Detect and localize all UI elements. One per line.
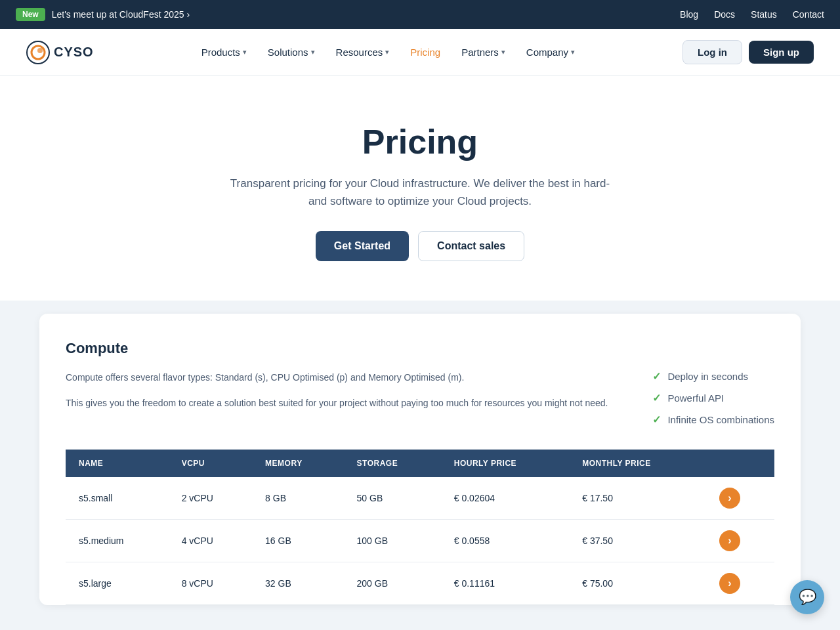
cell-vcpu-0: 2 vCPU [169,477,252,520]
nav-company[interactable]: Company ▾ [517,41,584,63]
table-row: s5.small 2 vCPU 8 GB 50 GB € 0.02604 € 1… [66,477,774,520]
row-action-btn-2[interactable]: › [719,573,740,594]
pricing-section: Compute Compute offers several flavor ty… [0,301,840,630]
cell-hourly-1: € 0.0558 [441,520,569,562]
banner-right: Blog Docs Status Contact [680,9,824,20]
nav-company-chevron: ▾ [571,48,575,56]
blog-link[interactable]: Blog [680,9,698,20]
banner-link[interactable]: Let's meet up at CloudFest 2025 › [52,9,190,20]
card-content: Compute offers several flavor types: Sta… [66,370,774,426]
navbar: CYSO Products ▾ Solutions ▾ Resources ▾ … [0,29,840,76]
cell-storage-1: 100 GB [344,520,441,562]
top-banner: New Let's meet up at CloudFest 2025 › Bl… [0,0,840,29]
row-action-btn-0[interactable]: › [719,488,740,509]
cell-action-1: › [706,520,774,562]
cell-memory-1: 16 GB [252,520,343,562]
table-row: s5.medium 4 vCPU 16 GB 100 GB € 0.0558 €… [66,520,774,562]
compute-desc2: This gives you the freedom to create a s… [66,396,613,411]
feature-1-label: Deploy in seconds [667,371,748,382]
col-monthly: MONTHLY PRICE [569,450,706,477]
nav-solutions-chevron: ▾ [311,48,315,56]
table-row: s5.large 8 vCPU 32 GB 200 GB € 0.11161 €… [66,562,774,605]
check-icon-3: ✓ [652,413,661,426]
col-storage: STORAGE [344,450,441,477]
nav-partners[interactable]: Partners ▾ [452,41,514,63]
docs-link[interactable]: Docs [714,9,735,20]
compute-card: Compute Compute offers several flavor ty… [39,314,801,605]
cell-storage-2: 200 GB [344,562,441,605]
cell-monthly-0: € 17.50 [569,477,706,520]
feature-2-label: Powerful API [667,392,724,404]
col-action [706,450,774,477]
logo-svg [26,41,50,64]
feature-3-label: Infinite OS combinations [667,414,774,425]
cell-action-2: › [706,562,774,605]
nav-solutions[interactable]: Solutions ▾ [259,41,324,63]
contact-sales-button[interactable]: Contact sales [418,231,524,261]
svg-point-1 [32,46,45,59]
col-vcpu: VCPU [169,450,252,477]
nav-partners-label: Partners [461,47,499,58]
card-right: ✓ Deploy in seconds ✓ Powerful API ✓ Inf… [652,370,774,426]
check-icon-2: ✓ [652,392,661,404]
chat-bubble[interactable]: 💬 [790,580,824,614]
col-name: NAME [66,450,169,477]
cell-name-1: s5.medium [66,520,169,562]
contact-link[interactable]: Contact [793,9,824,20]
card-left: Compute offers several flavor types: Sta… [66,370,613,426]
compute-title: Compute [66,340,774,357]
hero-section: Pricing Transparent pricing for your Clo… [0,76,840,301]
cell-monthly-2: € 75.00 [569,562,706,605]
table-header-row: NAME VCPU MEMORY STORAGE HOURLY PRICE MO… [66,450,774,477]
cell-memory-2: 32 GB [252,562,343,605]
cell-name-2: s5.large [66,562,169,605]
hero-actions: Get Started Contact sales [26,231,814,261]
chat-icon: 💬 [799,589,816,606]
logo-text: CYSO [54,45,94,60]
login-button[interactable]: Log in [682,40,742,64]
svg-point-0 [27,41,49,64]
new-badge: New [16,8,45,21]
nav-pricing[interactable]: Pricing [401,41,450,63]
pricing-table: NAME VCPU MEMORY STORAGE HOURLY PRICE MO… [66,450,774,605]
nav-partners-chevron: ▾ [501,48,505,56]
cell-memory-0: 8 GB [252,477,343,520]
hero-subtitle: Transparent pricing for your Cloud infra… [223,175,617,210]
cell-monthly-1: € 37.50 [569,520,706,562]
svg-point-2 [37,48,43,53]
nav-resources[interactable]: Resources ▾ [327,41,399,63]
feature-2: ✓ Powerful API [652,392,774,404]
cell-hourly-2: € 0.11161 [441,562,569,605]
compute-desc1: Compute offers several flavor types: Sta… [66,370,613,385]
check-icon-1: ✓ [652,370,661,383]
nav-products-chevron: ▾ [243,48,247,56]
nav-company-label: Company [526,47,568,58]
nav-links: Products ▾ Solutions ▾ Resources ▾ Prici… [192,41,584,63]
cell-action-0: › [706,477,774,520]
status-link[interactable]: Status [751,9,777,20]
feature-1: ✓ Deploy in seconds [652,370,774,383]
nav-resources-label: Resources [336,47,383,58]
hero-title: Pricing [26,122,814,161]
banner-left: New Let's meet up at CloudFest 2025 › [16,8,190,21]
get-started-button[interactable]: Get Started [316,231,409,261]
cell-vcpu-2: 8 vCPU [169,562,252,605]
banner-message: Let's meet up at CloudFest 2025 [52,9,184,20]
row-action-btn-1[interactable]: › [719,530,740,551]
cell-hourly-0: € 0.02604 [441,477,569,520]
signup-button[interactable]: Sign up [749,41,814,64]
cell-vcpu-1: 4 vCPU [169,520,252,562]
feature-3: ✓ Infinite OS combinations [652,413,774,426]
logo[interactable]: CYSO [26,41,94,64]
nav-solutions-label: Solutions [268,47,308,58]
nav-actions: Log in Sign up [682,40,814,64]
nav-products[interactable]: Products ▾ [192,41,256,63]
nav-resources-chevron: ▾ [385,48,389,56]
col-hourly: HOURLY PRICE [441,450,569,477]
col-memory: MEMORY [252,450,343,477]
nav-pricing-label: Pricing [410,47,440,58]
banner-arrow: › [187,9,190,20]
cell-name-0: s5.small [66,477,169,520]
nav-products-label: Products [201,47,240,58]
cell-storage-0: 50 GB [344,477,441,520]
